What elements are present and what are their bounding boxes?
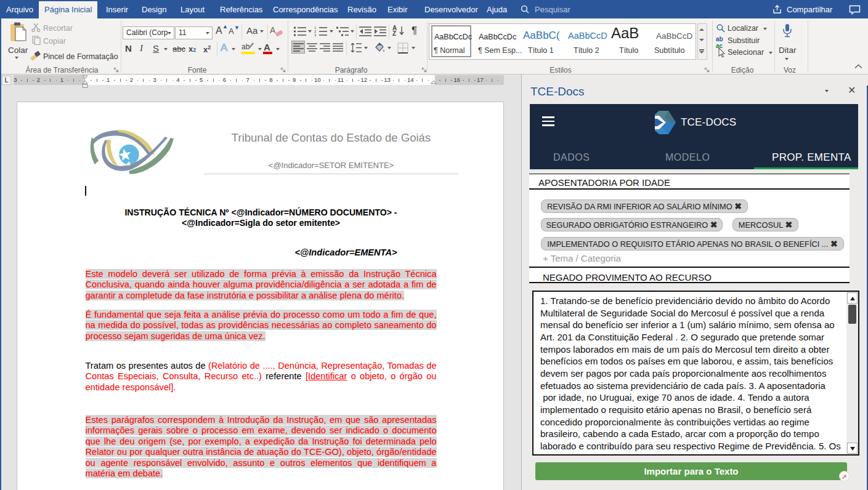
svg-text:3: 3 — [314, 33, 317, 37]
